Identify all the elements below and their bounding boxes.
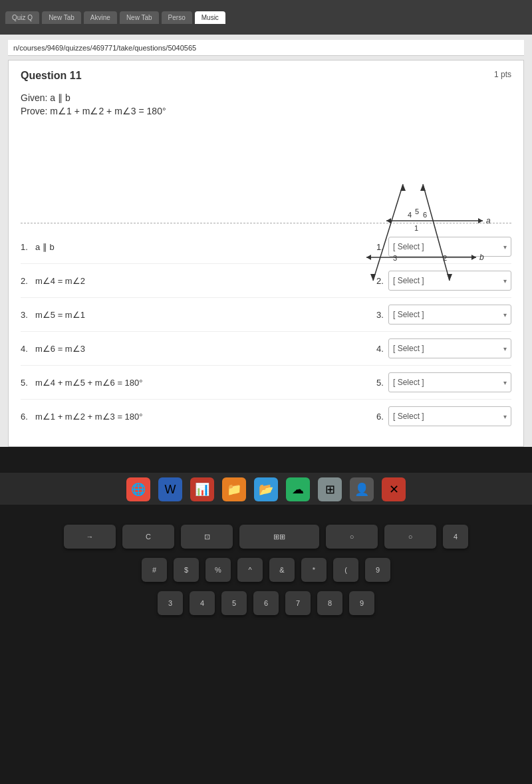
tab-6[interactable]: Music	[195, 11, 225, 24]
taskbar-icon-ppt[interactable]: 📊	[190, 477, 214, 501]
key-arrow[interactable]: →	[64, 525, 116, 549]
step-num-3: 3.	[21, 310, 33, 320]
taskbar-icon-drive[interactable]: 📂	[254, 477, 278, 501]
key-7[interactable]: 7	[285, 591, 311, 615]
chevron-down-icon-2: ▾	[503, 277, 507, 285]
svg-line-11	[423, 184, 450, 281]
chevron-down-icon-3: ▾	[503, 311, 507, 319]
question-title: Question 11	[21, 70, 82, 82]
key-4[interactable]: 4	[443, 525, 468, 549]
dropdown-6[interactable]: [ Select ] ▾	[388, 406, 511, 426]
reason-num-3: 3.	[376, 310, 388, 320]
svg-marker-5	[471, 255, 476, 260]
given-text: Given: a ∥ b	[21, 92, 511, 103]
key-6[interactable]: 6	[253, 591, 279, 615]
tab-1[interactable]: Quiz Q	[5, 11, 39, 24]
key-ampersand[interactable]: &	[269, 558, 295, 582]
key-dollar[interactable]: $	[174, 558, 199, 582]
keyboard-row-1: → C ⊡ ⊞⊞ ○ ○ 4	[64, 525, 468, 549]
step-num-4: 4.	[21, 344, 33, 354]
svg-text:a: a	[486, 216, 491, 225]
svg-text:5: 5	[415, 207, 419, 215]
taskbar-icon-cloud[interactable]: ☁	[286, 477, 310, 501]
taskbar-icon-word[interactable]: W	[158, 477, 182, 501]
key-hash[interactable]: #	[142, 558, 167, 582]
taskbar-icon-user[interactable]: 👤	[350, 477, 374, 501]
tab-5[interactable]: Perso	[162, 11, 192, 24]
svg-line-8	[373, 184, 403, 281]
svg-text:6: 6	[423, 211, 427, 219]
svg-marker-13	[447, 274, 452, 281]
svg-text:1: 1	[414, 224, 418, 232]
statement-6: m∠1 + m∠2 + m∠3 = 180°	[33, 412, 376, 422]
statement-5: m∠4 + m∠5 + m∠6 = 180°	[33, 378, 376, 388]
browser-chrome: Quiz Q New Tab Akvine New Tab Perso Musi…	[0, 0, 532, 35]
key-percent[interactable]: %	[205, 558, 231, 582]
svg-text:3: 3	[393, 254, 397, 262]
key-c[interactable]: C	[122, 525, 174, 549]
dropdown-3-label: [ Select ]	[393, 310, 424, 319]
key-5[interactable]: 5	[221, 591, 247, 615]
step-num-5: 5.	[21, 378, 33, 388]
key-circle2[interactable]: ○	[384, 525, 436, 549]
address-text: n/courses/9469/quizzes/469771/take/quest…	[13, 44, 196, 52]
svg-text:b: b	[479, 253, 484, 262]
taskbar-icon-chrome[interactable]: 🌐	[126, 477, 150, 501]
key-open-paren[interactable]: (	[333, 558, 358, 582]
chevron-down-icon-5: ▾	[503, 379, 507, 386]
proof-row-3: 3. m∠5 = m∠1 3. [ Select ] ▾	[21, 298, 511, 332]
keyboard-row-2: # $ % ^ & * ( 9	[142, 558, 390, 582]
step-num-2: 2.	[21, 276, 33, 286]
key-8[interactable]: 8	[317, 591, 342, 615]
points-label: 1 pts	[494, 70, 511, 79]
key-window[interactable]: ⊡	[181, 525, 233, 549]
key-circle1[interactable]: ○	[326, 525, 378, 549]
tab-2[interactable]: New Tab	[42, 11, 81, 24]
svg-text:2: 2	[443, 254, 447, 262]
svg-marker-6	[366, 255, 371, 260]
taskbar: 🌐 W 📊 📁 📂 ☁ ⊞ 👤 ✕	[0, 473, 532, 506]
svg-marker-12	[420, 184, 426, 191]
svg-text:4: 4	[408, 211, 412, 219]
key-multitask[interactable]: ⊞⊞	[239, 525, 319, 549]
address-bar[interactable]: n/courses/9469/quizzes/469771/take/quest…	[8, 40, 524, 56]
key-asterisk[interactable]: *	[301, 558, 327, 582]
statement-3: m∠5 = m∠1	[33, 310, 376, 320]
geometry-diagram: a b	[307, 164, 493, 297]
step-num-6: 6.	[21, 412, 33, 422]
key-3[interactable]: 3	[158, 591, 183, 615]
key-4b[interactable]: 4	[190, 591, 215, 615]
reason-num-5: 5.	[376, 378, 388, 388]
tab-4[interactable]: New Tab	[120, 11, 159, 24]
quiz-wrapper: Question 11 1 pts Given: a ∥ b Prove: m∠…	[8, 60, 524, 447]
taskbar-icon-x[interactable]: ✕	[382, 477, 406, 501]
svg-marker-2	[386, 218, 391, 223]
step-num-1: 1.	[21, 242, 33, 252]
dropdown-3[interactable]: [ Select ] ▾	[388, 305, 511, 325]
svg-marker-9	[400, 184, 406, 191]
svg-marker-10	[370, 274, 376, 281]
chevron-down-icon: ▾	[503, 243, 507, 251]
page-content: n/courses/9469/quizzes/469771/take/quest…	[0, 35, 532, 447]
chevron-down-icon-4: ▾	[503, 345, 507, 352]
key-9b[interactable]: 9	[349, 591, 374, 615]
dropdown-4-label: [ Select ]	[393, 344, 424, 353]
svg-marker-1	[478, 218, 483, 223]
dropdown-5[interactable]: [ Select ] ▾	[388, 372, 511, 392]
dropdown-6-label: [ Select ]	[393, 412, 424, 421]
statement-4: m∠6 = m∠3	[33, 344, 376, 354]
prove-text: Prove: m∠1 + m∠2 + m∠3 = 180°	[21, 106, 511, 116]
dropdown-4[interactable]: [ Select ] ▾	[388, 338, 511, 358]
taskbar-icon-files[interactable]: 📁	[222, 477, 246, 501]
reason-num-6: 6.	[376, 412, 388, 422]
tab-3[interactable]: Akvine	[84, 11, 117, 24]
reason-num-4: 4.	[376, 344, 388, 354]
key-9[interactable]: 9	[365, 558, 390, 582]
taskbar-icon-apps[interactable]: ⊞	[318, 477, 342, 501]
proof-row-4: 4. m∠6 = m∠3 4. [ Select ] ▾	[21, 332, 511, 366]
dropdown-5-label: [ Select ]	[393, 378, 424, 387]
keyboard: → C ⊡ ⊞⊞ ○ ○ 4 # $ % ^ & * ( 9 3 4 5 6 7…	[0, 505, 532, 784]
proof-row-6: 6. m∠1 + m∠2 + m∠3 = 180° 6. [ Select ] …	[21, 400, 511, 433]
key-caret[interactable]: ^	[237, 558, 263, 582]
keyboard-row-3: 3 4 5 6 7 8 9	[158, 591, 374, 615]
